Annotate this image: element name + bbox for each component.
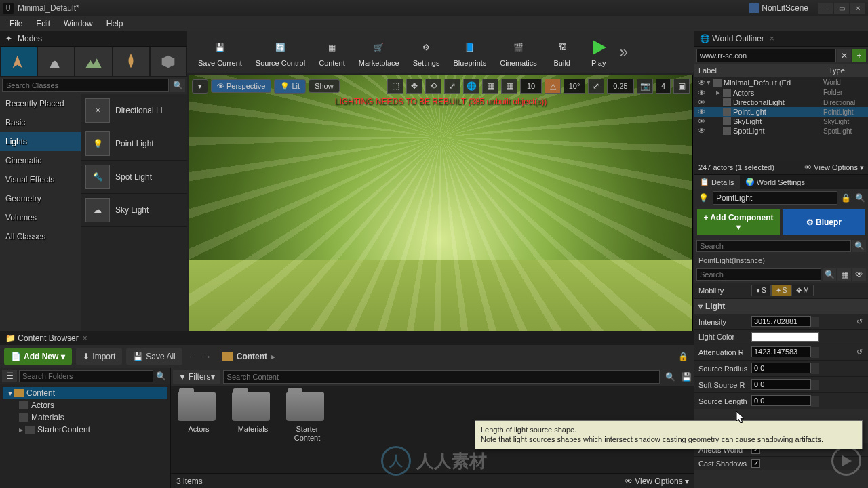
- toolbar-cinematics[interactable]: 🎬Cinematics: [494, 36, 542, 68]
- reset-icon[interactable]: ↺: [854, 317, 864, 326]
- details-tab[interactable]: 📋 Details: [694, 175, 740, 189]
- sources-toggle-icon[interactable]: ☰: [2, 370, 17, 382]
- search-icon[interactable]: 🔍: [663, 370, 677, 384]
- visibility-eye-icon[interactable]: 👁: [696, 108, 707, 116]
- foliage-mode-button[interactable]: [113, 47, 150, 77]
- minimize-button[interactable]: —: [818, 3, 833, 14]
- details-component-search[interactable]: [696, 240, 851, 252]
- source-radius-input[interactable]: [751, 363, 811, 373]
- spinner-icon[interactable]: [811, 317, 819, 327]
- viewport-options-dropdown[interactable]: ▾: [192, 79, 208, 94]
- details-property-search[interactable]: [696, 268, 821, 281]
- transform-rotate-icon[interactable]: ⟲: [425, 79, 441, 94]
- mobility-stationary[interactable]: ✦ S: [771, 285, 792, 296]
- property-matrix-icon[interactable]: ▦: [837, 268, 851, 281]
- light-category-header[interactable]: ▿Light: [694, 299, 868, 314]
- camera-speed-value[interactable]: 4: [656, 79, 671, 94]
- mode-item-point-light[interactable]: 💡Point Light: [81, 127, 187, 161]
- camera-speed-icon[interactable]: 📷: [637, 79, 653, 94]
- transform-select-icon[interactable]: ⬚: [387, 79, 403, 94]
- coord-space-icon[interactable]: 🌐: [463, 79, 479, 94]
- save-all-button[interactable]: 💾 Save All: [126, 348, 182, 365]
- mode-item-sky-light[interactable]: ☁Sky Light: [81, 194, 187, 227]
- eye-icon[interactable]: 👁: [852, 268, 866, 281]
- tree-root-content[interactable]: ▾Content: [3, 387, 167, 399]
- cat-basic[interactable]: Basic: [0, 113, 81, 132]
- viewport-lit-dropdown[interactable]: 💡 Lit: [274, 79, 306, 94]
- tree-search-input[interactable]: [19, 370, 153, 382]
- toolbar-blueprints[interactable]: 📘Blueprints: [448, 36, 492, 68]
- outliner-row[interactable]: 👁 PointLight PointLight: [694, 107, 868, 117]
- paint-mode-button[interactable]: [37, 47, 75, 77]
- cat-recently-placed[interactable]: Recently Placed: [0, 94, 81, 113]
- world-settings-tab[interactable]: 🌍 World Settings: [740, 175, 810, 189]
- close-button[interactable]: ✕: [850, 3, 865, 14]
- chevron-icon[interactable]: ▸: [716, 88, 723, 97]
- outliner-row[interactable]: 👁 SpotLight SpotLight: [694, 126, 868, 136]
- cat-all-classes[interactable]: All Classes: [0, 227, 81, 246]
- spinner-icon[interactable]: [811, 380, 819, 390]
- outliner-row[interactable]: 👁 DirectionalLight Directional: [694, 98, 868, 107]
- transform-scale-icon[interactable]: ⤢: [444, 79, 460, 94]
- mode-item-spot-light[interactable]: 🔦Spot Light: [81, 161, 187, 194]
- angle-snap-icon[interactable]: △: [545, 79, 561, 94]
- menu-edit[interactable]: Edit: [29, 18, 57, 30]
- search-icon[interactable]: 🔍: [823, 268, 836, 281]
- nav-back-button[interactable]: ←: [186, 350, 199, 363]
- viewport-perspective-dropdown[interactable]: 👁 Perspective: [211, 79, 271, 93]
- intensity-input[interactable]: [751, 316, 811, 327]
- spinner-icon[interactable]: [811, 363, 819, 374]
- source-length-input[interactable]: [751, 395, 811, 406]
- outliner-row[interactable]: 👁 SkyLight SkyLight: [694, 117, 868, 126]
- soft-source-radius-input[interactable]: [751, 379, 811, 390]
- toolbar-source-control[interactable]: 🔄Source Control: [250, 36, 311, 68]
- content-search-input[interactable]: [223, 370, 660, 384]
- scale-snap-icon[interactable]: ⤢: [588, 79, 604, 94]
- tree-item-actors[interactable]: Actors: [3, 399, 167, 411]
- spinner-icon[interactable]: [811, 347, 819, 358]
- menu-window[interactable]: Window: [57, 18, 100, 30]
- attenuation-input[interactable]: [751, 346, 811, 357]
- tree-item-materials[interactable]: Materials: [3, 411, 167, 424]
- grid-snap-icon[interactable]: ▦: [501, 79, 517, 94]
- light-color-swatch[interactable]: [751, 332, 819, 342]
- menu-file[interactable]: File: [3, 18, 29, 30]
- place-mode-button[interactable]: [0, 47, 37, 77]
- visibility-eye-icon[interactable]: 👁: [696, 98, 707, 106]
- toolbar-settings[interactable]: ⚙Settings: [408, 36, 446, 68]
- outliner-search-clear[interactable]: ✕: [837, 49, 851, 62]
- lock-icon[interactable]: 🔒: [678, 352, 690, 361]
- cast-shadows-checkbox[interactable]: ✓: [751, 459, 760, 468]
- maximize-viewport-icon[interactable]: ▣: [673, 79, 690, 94]
- angle-snap-value[interactable]: 10°: [564, 79, 585, 94]
- reset-icon[interactable]: ↺: [854, 348, 864, 357]
- viewport-show-dropdown[interactable]: Show: [309, 79, 340, 93]
- visibility-eye-icon[interactable]: 👁: [696, 117, 707, 125]
- mobility-movable[interactable]: ✥ M: [791, 285, 813, 296]
- visibility-eye-icon[interactable]: 👁: [696, 79, 707, 87]
- save-search-icon[interactable]: 💾: [680, 370, 692, 384]
- spinner-icon[interactable]: [811, 396, 819, 407]
- nav-forward-button[interactable]: →: [201, 350, 214, 363]
- outliner-col-label[interactable]: Label: [694, 64, 825, 77]
- grid-snap-value[interactable]: 10: [520, 79, 542, 94]
- close-icon[interactable]: ×: [83, 333, 87, 343]
- toolbar-overflow[interactable]: »: [617, 43, 631, 61]
- cat-lights[interactable]: Lights: [0, 132, 81, 151]
- folder-item-actors[interactable]: Actors: [178, 392, 220, 466]
- folder-item-materials[interactable]: Materials: [232, 392, 274, 466]
- toolbar-marketplace[interactable]: 🛒Marketplace: [353, 36, 405, 68]
- import-button[interactable]: ⬇ Import: [76, 348, 122, 365]
- blueprint-button[interactable]: ⚙Bluepr: [783, 209, 865, 235]
- add-component-button[interactable]: + Add Component ▾: [697, 209, 780, 235]
- toolbar-save-current[interactable]: 💾Save Current: [193, 36, 248, 68]
- outliner-row[interactable]: 👁 ▾ Minimal_Default (Ed World: [694, 77, 868, 87]
- modes-tab[interactable]: ✦ Modes: [0, 31, 187, 47]
- cat-geometry[interactable]: Geometry: [0, 189, 81, 208]
- outliner-col-type[interactable]: Type: [825, 64, 868, 77]
- transform-translate-icon[interactable]: ✥: [406, 79, 422, 94]
- cat-visual-effects[interactable]: Visual Effects: [0, 170, 81, 189]
- folder-item-starter-content[interactable]: Starter Content: [286, 392, 328, 466]
- cat-cinematic[interactable]: Cinematic: [0, 151, 81, 170]
- toolbar-play[interactable]: Play: [582, 36, 616, 68]
